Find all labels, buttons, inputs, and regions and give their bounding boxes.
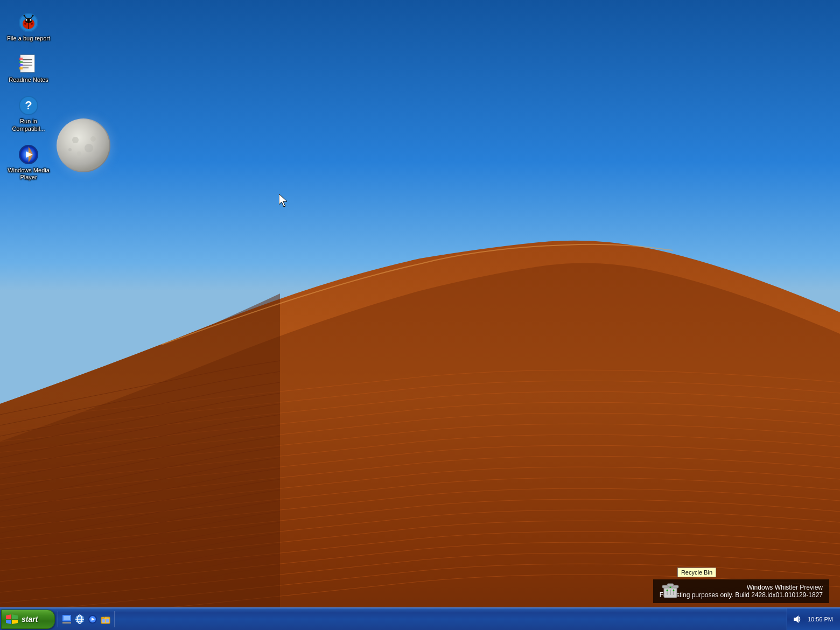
quick-launch [58,611,115,627]
svg-rect-21 [20,55,34,72]
system-tray: 10:56 PM [787,608,840,630]
svg-rect-45 [62,622,71,624]
moon [57,118,110,172]
readme-notes-label: Readme Notes [9,76,48,83]
svg-point-14 [24,23,26,25]
svg-rect-55 [106,619,109,622]
windows-media-player-icon[interactable]: Windows Media Player [4,142,53,183]
svg-marker-56 [794,615,799,623]
svg-point-19 [32,15,34,17]
dune-overlay [0,0,840,630]
svg-rect-54 [102,619,105,622]
volume-icon[interactable] [792,614,802,625]
start-button[interactable]: start [1,610,55,629]
svg-rect-27 [19,61,23,63]
quick-launch-explorer[interactable] [100,613,111,625]
readme-image [18,53,39,75]
svg-point-12 [30,19,32,21]
start-label: start [22,615,38,624]
recycle-bin-desktop[interactable] [660,579,681,600]
svg-point-11 [26,19,27,21]
quick-launch-wmp[interactable] [87,613,99,625]
svg-point-15 [31,23,33,25]
svg-point-18 [24,15,25,17]
svg-point-1 [58,120,109,171]
svg-point-5 [90,136,96,142]
windows-logo [5,612,19,626]
run-compat-icon[interactable]: ? Run in Compatibil... [4,93,53,134]
file-bug-report-label: File a bug report [7,35,50,42]
svg-rect-28 [19,64,23,66]
wmp-image [18,144,39,165]
file-bug-report-icon[interactable]: File a bug report [4,10,53,44]
readme-notes-icon[interactable]: Readme Notes [4,51,53,86]
quick-launch-ie[interactable] [74,613,86,625]
compat-image: ? [18,95,39,116]
svg-point-2 [72,137,79,143]
notification-title: Windows Whistler Preview [660,584,823,591]
svg-rect-46 [64,616,70,620]
recycle-bin-tooltip-label: Recycle Bin [681,569,712,576]
system-clock[interactable]: 10:56 PM [805,615,836,624]
recycle-bin-icon [660,579,681,600]
svg-point-4 [77,151,81,156]
recycle-bin-tooltip: Recycle Bin [677,568,716,577]
svg-rect-26 [19,58,23,60]
svg-text:?: ? [25,99,32,112]
desktop-icons: File a bug report [0,5,57,192]
svg-rect-29 [19,67,23,69]
run-compat-label: Run in Compatibil... [6,118,51,132]
quick-launch-show-desktop[interactable] [61,613,73,625]
desktop: File a bug report [0,0,840,630]
wmp-label: Windows Media Player [6,167,51,181]
svg-point-6 [68,148,72,151]
notification-subtitle: For testing purposes only. Build 2428.id… [660,591,823,599]
bug-report-image [18,12,39,33]
svg-rect-38 [667,584,674,586]
taskbar: start [0,607,840,630]
svg-point-3 [85,144,93,152]
